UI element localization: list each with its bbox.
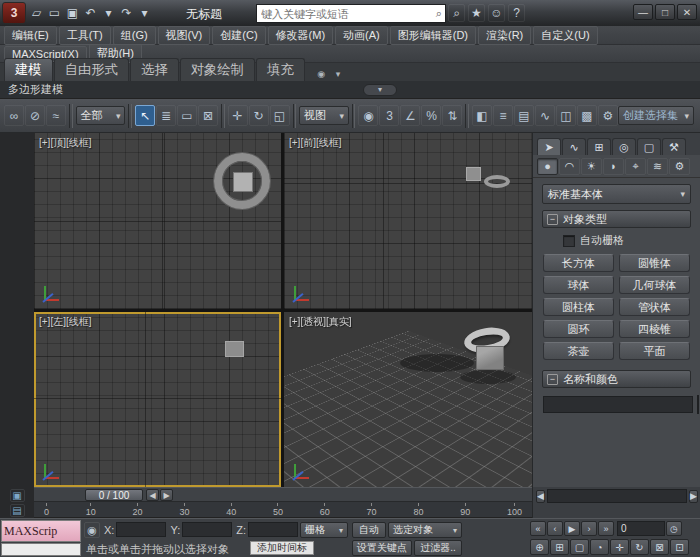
percent-snap-icon[interactable]: %	[421, 105, 441, 126]
redo-dropdown-icon[interactable]: ▾	[136, 4, 153, 22]
current-frame-field[interactable]	[617, 521, 665, 536]
render-setup-icon[interactable]: ⚙	[598, 105, 618, 126]
ribbon-tab[interactable]: 填充	[256, 58, 305, 81]
play-icon[interactable]: ▶	[564, 521, 580, 536]
viewport-perspective[interactable]: [+][透视][真实]	[284, 312, 532, 487]
menu-item[interactable]: 组(G)	[113, 26, 156, 45]
menu-item[interactable]: 修改器(M)	[268, 26, 334, 45]
viewport-top-label[interactable]: [+][顶][线框]	[39, 136, 92, 150]
menu-item[interactable]: 编辑(E)	[4, 26, 57, 45]
reference-coordinate-dropdown[interactable]: 视图	[299, 106, 349, 125]
object-name-input[interactable]	[543, 396, 693, 413]
new-file-icon[interactable]: ▱	[28, 4, 45, 22]
named-selection-sets-dropdown[interactable]: 创建选择集	[618, 106, 694, 125]
space-warps-icon[interactable]: ≋	[647, 158, 668, 175]
previous-frame-step-button[interactable]: ◀	[146, 489, 159, 501]
time-configuration-icon[interactable]: ◷	[666, 521, 682, 536]
viewport-left[interactable]: [+][左][线框]	[34, 312, 281, 487]
ribbon-collapse-button[interactable]: ▾	[363, 84, 397, 96]
layer-manager-icon[interactable]: ▤	[514, 105, 534, 126]
object-type-rollout-header[interactable]: 对象类型	[542, 210, 691, 228]
fov-icon[interactable]: ◔	[590, 539, 609, 555]
object-color-swatch[interactable]	[697, 395, 699, 414]
listener-window-icon[interactable]: ▣	[10, 489, 25, 502]
motion-tab-icon[interactable]: ◎	[612, 138, 636, 155]
display-tab-icon[interactable]: ▢	[637, 138, 661, 155]
menu-item[interactable]: 动画(A)	[335, 26, 388, 45]
align-icon[interactable]: ≡	[493, 105, 513, 126]
modify-tab-icon[interactable]: ∿	[562, 138, 586, 155]
material-editor-icon[interactable]: ▩	[577, 105, 597, 126]
window-crossing-icon[interactable]: ⊠	[198, 105, 218, 126]
menu-item[interactable]: 自定义(U)	[533, 26, 597, 45]
select-and-scale-icon[interactable]: ◱	[270, 105, 290, 126]
primitive-button[interactable]: 四棱锥	[619, 320, 690, 338]
select-and-move-icon[interactable]: ✛	[228, 105, 248, 126]
primitive-button[interactable]: 茶壶	[543, 342, 614, 360]
save-icon[interactable]: ▣	[64, 4, 81, 22]
orbit-icon[interactable]: ↻	[630, 539, 649, 555]
primitive-button[interactable]: 球体	[543, 276, 614, 294]
maximize-button[interactable]: □	[655, 4, 675, 20]
select-and-link-icon[interactable]: ∞	[4, 105, 24, 126]
box-object-top-view[interactable]	[233, 172, 253, 192]
primitive-button[interactable]: 平面	[619, 342, 690, 360]
minimize-button[interactable]: —	[633, 4, 653, 20]
favorites-icon[interactable]: ★	[468, 4, 485, 22]
track-bar-ruler[interactable]: 0102030405060708090100	[34, 502, 532, 518]
maximize-viewport-icon[interactable]: ⊡	[670, 539, 689, 555]
viewport-perspective-label[interactable]: [+][透视][真实]	[289, 315, 352, 329]
spinner-snap-icon[interactable]: ⇅	[442, 105, 462, 126]
viewport-top[interactable]: [+][顶][线框]	[34, 133, 281, 309]
viewport-left-label[interactable]: [+][左][线框]	[39, 315, 92, 329]
ribbon-tab[interactable]: 选择	[130, 58, 179, 81]
previous-frame-icon[interactable]: ‹	[547, 521, 563, 536]
primitive-category-dropdown[interactable]: 标准基本体	[542, 184, 691, 204]
key-filters-button[interactable]: 过滤器..	[414, 540, 462, 556]
menu-item[interactable]: 视图(V)	[158, 26, 211, 45]
search-icon[interactable]: ⌕	[433, 7, 445, 20]
bind-to-space-warp-icon[interactable]: ≈	[46, 105, 66, 126]
menu-item[interactable]: 图形编辑器(D)	[390, 26, 476, 45]
go-to-end-icon[interactable]: »	[598, 521, 614, 536]
key-frame-field[interactable]	[547, 489, 687, 503]
schematic-view-icon[interactable]: ◫	[556, 105, 576, 126]
time-slider-button[interactable]: 0 / 100	[85, 489, 143, 501]
pan-icon[interactable]: ✛	[610, 539, 629, 555]
add-time-tag-button[interactable]: 添加时间标	[250, 541, 314, 555]
snap-toggle-icon[interactable]: 3	[379, 105, 399, 126]
create-tab-icon[interactable]: ➤	[537, 138, 561, 155]
ribbon-tab[interactable]: 对象绘制	[180, 58, 255, 81]
select-and-rotate-icon[interactable]: ↻	[249, 105, 269, 126]
ribbon-tab[interactable]: 建模	[4, 58, 53, 81]
redo-icon[interactable]: ↷	[118, 4, 135, 22]
cameras-icon[interactable]: ◗	[603, 158, 624, 175]
open-file-icon[interactable]: ▭	[46, 4, 63, 22]
primitive-button[interactable]: 圆锥体	[619, 254, 690, 272]
zoom-extents-icon[interactable]: ▢	[570, 539, 589, 555]
primitive-button[interactable]: 圆柱体	[543, 298, 614, 316]
select-by-name-icon[interactable]: ≣	[156, 105, 176, 126]
angle-snap-icon[interactable]: ∠	[400, 105, 420, 126]
primitive-button[interactable]: 几何球体	[619, 276, 690, 294]
set-key-button[interactable]: 设置关键点	[352, 540, 412, 556]
listener-input-line[interactable]	[1, 543, 81, 556]
name-color-rollout-header[interactable]: 名称和颜色	[542, 370, 691, 388]
systems-icon[interactable]: ⚙	[669, 158, 690, 175]
menu-item[interactable]: 工具(T)	[59, 26, 111, 45]
viewport-front-label[interactable]: [+][前][线框]	[289, 136, 342, 150]
coordinate-input[interactable]	[248, 522, 298, 537]
previous-key-button[interactable]: ◀	[536, 490, 545, 503]
grid-settings-dropdown[interactable]: 栅格	[300, 522, 348, 538]
auto-key-button[interactable]: 自动	[352, 522, 386, 538]
help-icon[interactable]: ?	[508, 4, 525, 22]
lights-icon[interactable]: ☀	[581, 158, 602, 175]
zoom-icon[interactable]: ⊕	[530, 539, 549, 555]
primitive-button[interactable]: 圆环	[543, 320, 614, 338]
next-key-button[interactable]: ▶	[689, 490, 698, 503]
primitive-button[interactable]: 长方体	[543, 254, 614, 272]
box-object-left-view[interactable]	[225, 341, 244, 357]
next-frame-step-button[interactable]: ▶	[160, 489, 173, 501]
next-frame-icon[interactable]: ›	[581, 521, 597, 536]
coordinate-input[interactable]	[182, 522, 232, 537]
